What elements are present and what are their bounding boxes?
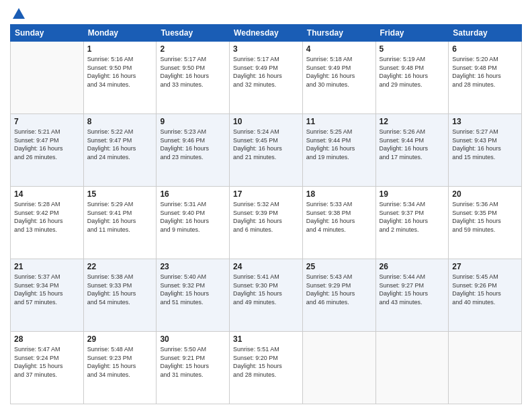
day-number: 7 bbox=[14, 117, 80, 126]
calendar-day-header: Thursday bbox=[302, 25, 375, 42]
calendar-cell: 4Sunrise: 5:18 AM Sunset: 9:49 PM Daylig… bbox=[302, 42, 375, 114]
day-number: 13 bbox=[452, 117, 518, 126]
calendar-cell: 14Sunrise: 5:28 AM Sunset: 9:42 PM Dayli… bbox=[11, 187, 84, 259]
header bbox=[10, 7, 522, 19]
day-info: Sunrise: 5:34 AM Sunset: 9:37 PM Dayligh… bbox=[380, 200, 445, 234]
day-number: 31 bbox=[233, 334, 299, 344]
calendar-week-row: 28Sunrise: 5:47 AM Sunset: 9:24 PM Dayli… bbox=[11, 332, 522, 404]
calendar-cell: 21Sunrise: 5:37 AM Sunset: 9:34 PM Dayli… bbox=[11, 259, 84, 332]
calendar-cell: 12Sunrise: 5:26 AM Sunset: 9:44 PM Dayli… bbox=[375, 114, 449, 187]
day-number: 12 bbox=[380, 117, 445, 126]
calendar-cell: 7Sunrise: 5:21 AM Sunset: 9:47 PM Daylig… bbox=[11, 114, 84, 187]
day-info: Sunrise: 5:37 AM Sunset: 9:34 PM Dayligh… bbox=[14, 273, 80, 306]
day-number: 28 bbox=[14, 334, 80, 344]
day-number: 24 bbox=[233, 262, 299, 271]
calendar-cell: 17Sunrise: 5:32 AM Sunset: 9:39 PM Dayli… bbox=[230, 187, 303, 259]
calendar-cell bbox=[302, 332, 375, 404]
calendar-cell: 18Sunrise: 5:33 AM Sunset: 9:38 PM Dayli… bbox=[302, 187, 375, 259]
day-info: Sunrise: 5:41 AM Sunset: 9:30 PM Dayligh… bbox=[233, 273, 299, 306]
calendar-cell bbox=[11, 42, 84, 114]
day-info: Sunrise: 5:50 AM Sunset: 9:21 PM Dayligh… bbox=[160, 345, 226, 379]
calendar-cell: 26Sunrise: 5:44 AM Sunset: 9:27 PM Dayli… bbox=[375, 259, 449, 332]
day-info: Sunrise: 5:43 AM Sunset: 9:29 PM Dayligh… bbox=[306, 273, 372, 306]
day-info: Sunrise: 5:40 AM Sunset: 9:32 PM Dayligh… bbox=[160, 273, 226, 306]
calendar-cell: 25Sunrise: 5:43 AM Sunset: 9:29 PM Dayli… bbox=[302, 259, 375, 332]
day-info: Sunrise: 5:28 AM Sunset: 9:42 PM Dayligh… bbox=[14, 200, 80, 234]
day-info: Sunrise: 5:36 AM Sunset: 9:35 PM Dayligh… bbox=[452, 200, 518, 234]
calendar-day-header: Wednesday bbox=[230, 25, 303, 42]
day-info: Sunrise: 5:44 AM Sunset: 9:27 PM Dayligh… bbox=[380, 273, 445, 306]
calendar-table: SundayMondayTuesdayWednesdayThursdayFrid… bbox=[10, 24, 522, 404]
day-info: Sunrise: 5:23 AM Sunset: 9:46 PM Dayligh… bbox=[160, 128, 226, 161]
calendar-cell: 29Sunrise: 5:48 AM Sunset: 9:23 PM Dayli… bbox=[83, 332, 157, 404]
day-info: Sunrise: 5:51 AM Sunset: 9:20 PM Dayligh… bbox=[233, 345, 299, 379]
day-info: Sunrise: 5:25 AM Sunset: 9:44 PM Dayligh… bbox=[306, 128, 372, 161]
day-number: 23 bbox=[160, 262, 226, 271]
calendar-cell: 6Sunrise: 5:20 AM Sunset: 9:48 PM Daylig… bbox=[449, 42, 522, 114]
calendar-day-header: Sunday bbox=[11, 25, 84, 42]
day-number: 18 bbox=[306, 189, 372, 199]
day-number: 15 bbox=[87, 189, 153, 199]
calendar-cell: 24Sunrise: 5:41 AM Sunset: 9:30 PM Dayli… bbox=[230, 259, 303, 332]
calendar-week-row: 14Sunrise: 5:28 AM Sunset: 9:42 PM Dayli… bbox=[11, 187, 522, 259]
calendar-cell: 11Sunrise: 5:25 AM Sunset: 9:44 PM Dayli… bbox=[302, 114, 375, 187]
day-number: 8 bbox=[87, 117, 153, 126]
logo-icon bbox=[11, 7, 26, 21]
calendar-cell: 31Sunrise: 5:51 AM Sunset: 9:20 PM Dayli… bbox=[230, 332, 303, 404]
calendar-cell: 30Sunrise: 5:50 AM Sunset: 9:21 PM Dayli… bbox=[157, 332, 230, 404]
day-info: Sunrise: 5:17 AM Sunset: 9:50 PM Dayligh… bbox=[160, 55, 226, 89]
day-info: Sunrise: 5:16 AM Sunset: 9:50 PM Dayligh… bbox=[87, 55, 153, 89]
day-info: Sunrise: 5:26 AM Sunset: 9:44 PM Dayligh… bbox=[380, 128, 445, 161]
day-number: 9 bbox=[160, 117, 226, 126]
day-info: Sunrise: 5:22 AM Sunset: 9:47 PM Dayligh… bbox=[87, 128, 153, 161]
day-number: 5 bbox=[380, 44, 445, 54]
day-number: 1 bbox=[87, 44, 153, 54]
day-info: Sunrise: 5:31 AM Sunset: 9:40 PM Dayligh… bbox=[160, 200, 226, 234]
calendar-cell: 1Sunrise: 5:16 AM Sunset: 9:50 PM Daylig… bbox=[83, 42, 157, 114]
day-info: Sunrise: 5:24 AM Sunset: 9:45 PM Dayligh… bbox=[233, 128, 299, 161]
day-info: Sunrise: 5:21 AM Sunset: 9:47 PM Dayligh… bbox=[14, 128, 80, 161]
day-info: Sunrise: 5:33 AM Sunset: 9:38 PM Dayligh… bbox=[306, 200, 372, 234]
day-number: 2 bbox=[160, 44, 226, 54]
calendar-day-header: Tuesday bbox=[157, 25, 230, 42]
day-number: 25 bbox=[306, 262, 372, 271]
calendar-week-row: 7Sunrise: 5:21 AM Sunset: 9:47 PM Daylig… bbox=[11, 114, 522, 187]
calendar-day-header: Friday bbox=[375, 25, 449, 42]
logo-text bbox=[10, 7, 26, 21]
calendar-week-row: 1Sunrise: 5:16 AM Sunset: 9:50 PM Daylig… bbox=[11, 42, 522, 114]
day-number: 3 bbox=[233, 44, 299, 54]
day-info: Sunrise: 5:17 AM Sunset: 9:49 PM Dayligh… bbox=[233, 55, 299, 89]
day-info: Sunrise: 5:29 AM Sunset: 9:41 PM Dayligh… bbox=[87, 200, 153, 234]
calendar-header-row: SundayMondayTuesdayWednesdayThursdayFrid… bbox=[11, 25, 522, 42]
page: SundayMondayTuesdayWednesdayThursdayFrid… bbox=[0, 0, 532, 411]
calendar-cell: 15Sunrise: 5:29 AM Sunset: 9:41 PM Dayli… bbox=[83, 187, 157, 259]
calendar-cell: 23Sunrise: 5:40 AM Sunset: 9:32 PM Dayli… bbox=[157, 259, 230, 332]
calendar-cell: 5Sunrise: 5:19 AM Sunset: 9:48 PM Daylig… bbox=[375, 42, 449, 114]
calendar-cell: 20Sunrise: 5:36 AM Sunset: 9:35 PM Dayli… bbox=[449, 187, 522, 259]
day-info: Sunrise: 5:48 AM Sunset: 9:23 PM Dayligh… bbox=[87, 345, 153, 379]
day-number: 4 bbox=[306, 44, 372, 54]
day-info: Sunrise: 5:19 AM Sunset: 9:48 PM Dayligh… bbox=[380, 55, 445, 89]
day-number: 19 bbox=[380, 189, 445, 199]
calendar-cell: 8Sunrise: 5:22 AM Sunset: 9:47 PM Daylig… bbox=[83, 114, 157, 187]
calendar-cell: 28Sunrise: 5:47 AM Sunset: 9:24 PM Dayli… bbox=[11, 332, 84, 404]
logo bbox=[10, 7, 26, 19]
calendar-cell: 9Sunrise: 5:23 AM Sunset: 9:46 PM Daylig… bbox=[157, 114, 230, 187]
calendar-cell bbox=[449, 332, 522, 404]
calendar-day-header: Saturday bbox=[449, 25, 522, 42]
calendar-cell bbox=[375, 332, 449, 404]
calendar-cell: 10Sunrise: 5:24 AM Sunset: 9:45 PM Dayli… bbox=[230, 114, 303, 187]
day-number: 29 bbox=[87, 334, 153, 344]
day-info: Sunrise: 5:27 AM Sunset: 9:43 PM Dayligh… bbox=[452, 128, 518, 161]
calendar-cell: 16Sunrise: 5:31 AM Sunset: 9:40 PM Dayli… bbox=[157, 187, 230, 259]
calendar-cell: 22Sunrise: 5:38 AM Sunset: 9:33 PM Dayli… bbox=[83, 259, 157, 332]
day-number: 20 bbox=[452, 189, 518, 199]
day-info: Sunrise: 5:47 AM Sunset: 9:24 PM Dayligh… bbox=[14, 345, 80, 379]
day-number: 26 bbox=[380, 262, 445, 271]
day-number: 6 bbox=[452, 44, 518, 54]
calendar-day-header: Monday bbox=[83, 25, 157, 42]
day-number: 10 bbox=[233, 117, 299, 126]
day-info: Sunrise: 5:38 AM Sunset: 9:33 PM Dayligh… bbox=[87, 273, 153, 306]
day-number: 17 bbox=[233, 189, 299, 199]
calendar-cell: 27Sunrise: 5:45 AM Sunset: 9:26 PM Dayli… bbox=[449, 259, 522, 332]
